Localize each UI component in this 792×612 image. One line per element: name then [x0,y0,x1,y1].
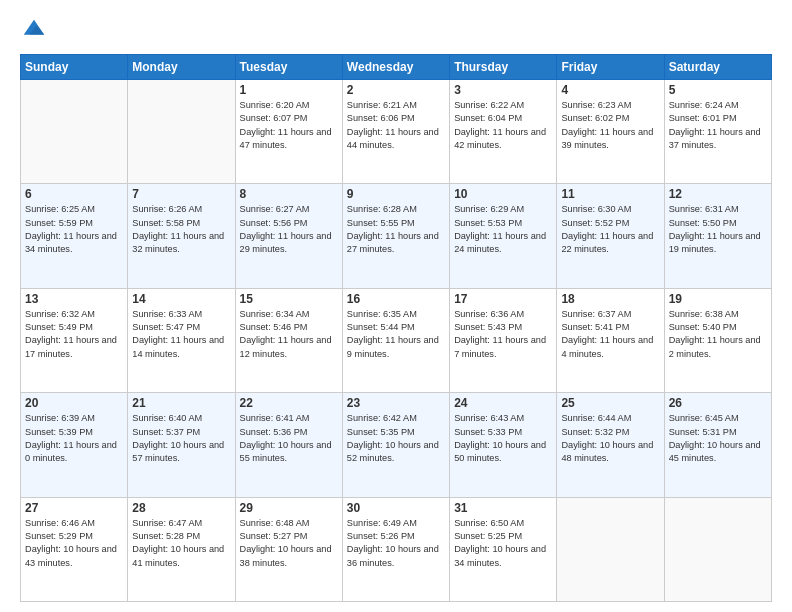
day-number: 28 [132,501,230,515]
day-number: 25 [561,396,659,410]
calendar-cell: 15Sunrise: 6:34 AMSunset: 5:46 PMDayligh… [235,288,342,392]
day-info: Sunrise: 6:34 AMSunset: 5:46 PMDaylight:… [240,308,338,361]
day-number: 5 [669,83,767,97]
day-number: 3 [454,83,552,97]
weekday-header-sunday: Sunday [21,55,128,80]
calendar-cell: 13Sunrise: 6:32 AMSunset: 5:49 PMDayligh… [21,288,128,392]
calendar-cell: 30Sunrise: 6:49 AMSunset: 5:26 PMDayligh… [342,497,449,601]
day-info: Sunrise: 6:49 AMSunset: 5:26 PMDaylight:… [347,517,445,570]
calendar-cell: 21Sunrise: 6:40 AMSunset: 5:37 PMDayligh… [128,393,235,497]
day-info: Sunrise: 6:45 AMSunset: 5:31 PMDaylight:… [669,412,767,465]
calendar-week-row: 6Sunrise: 6:25 AMSunset: 5:59 PMDaylight… [21,184,772,288]
day-number: 27 [25,501,123,515]
header [20,16,772,44]
calendar-table: SundayMondayTuesdayWednesdayThursdayFrid… [20,54,772,602]
calendar-cell: 18Sunrise: 6:37 AMSunset: 5:41 PMDayligh… [557,288,664,392]
day-number: 23 [347,396,445,410]
day-info: Sunrise: 6:42 AMSunset: 5:35 PMDaylight:… [347,412,445,465]
calendar-cell [664,497,771,601]
day-info: Sunrise: 6:46 AMSunset: 5:29 PMDaylight:… [25,517,123,570]
day-number: 11 [561,187,659,201]
day-info: Sunrise: 6:44 AMSunset: 5:32 PMDaylight:… [561,412,659,465]
day-number: 26 [669,396,767,410]
calendar-cell: 8Sunrise: 6:27 AMSunset: 5:56 PMDaylight… [235,184,342,288]
page: SundayMondayTuesdayWednesdayThursdayFrid… [0,0,792,612]
logo [20,16,52,44]
day-info: Sunrise: 6:38 AMSunset: 5:40 PMDaylight:… [669,308,767,361]
calendar-cell: 14Sunrise: 6:33 AMSunset: 5:47 PMDayligh… [128,288,235,392]
logo-icon [20,16,48,44]
calendar-cell: 3Sunrise: 6:22 AMSunset: 6:04 PMDaylight… [450,80,557,184]
calendar-cell: 26Sunrise: 6:45 AMSunset: 5:31 PMDayligh… [664,393,771,497]
weekday-header-row: SundayMondayTuesdayWednesdayThursdayFrid… [21,55,772,80]
weekday-header-tuesday: Tuesday [235,55,342,80]
day-number: 18 [561,292,659,306]
day-info: Sunrise: 6:21 AMSunset: 6:06 PMDaylight:… [347,99,445,152]
day-info: Sunrise: 6:33 AMSunset: 5:47 PMDaylight:… [132,308,230,361]
calendar-cell: 17Sunrise: 6:36 AMSunset: 5:43 PMDayligh… [450,288,557,392]
calendar-cell: 9Sunrise: 6:28 AMSunset: 5:55 PMDaylight… [342,184,449,288]
day-info: Sunrise: 6:22 AMSunset: 6:04 PMDaylight:… [454,99,552,152]
day-number: 10 [454,187,552,201]
day-number: 16 [347,292,445,306]
calendar-week-row: 27Sunrise: 6:46 AMSunset: 5:29 PMDayligh… [21,497,772,601]
calendar-week-row: 1Sunrise: 6:20 AMSunset: 6:07 PMDaylight… [21,80,772,184]
day-number: 30 [347,501,445,515]
day-info: Sunrise: 6:37 AMSunset: 5:41 PMDaylight:… [561,308,659,361]
day-info: Sunrise: 6:36 AMSunset: 5:43 PMDaylight:… [454,308,552,361]
day-number: 6 [25,187,123,201]
day-number: 4 [561,83,659,97]
day-number: 20 [25,396,123,410]
day-number: 1 [240,83,338,97]
day-info: Sunrise: 6:43 AMSunset: 5:33 PMDaylight:… [454,412,552,465]
calendar-cell: 12Sunrise: 6:31 AMSunset: 5:50 PMDayligh… [664,184,771,288]
day-info: Sunrise: 6:40 AMSunset: 5:37 PMDaylight:… [132,412,230,465]
day-number: 8 [240,187,338,201]
weekday-header-saturday: Saturday [664,55,771,80]
day-number: 29 [240,501,338,515]
day-info: Sunrise: 6:31 AMSunset: 5:50 PMDaylight:… [669,203,767,256]
day-number: 12 [669,187,767,201]
day-info: Sunrise: 6:39 AMSunset: 5:39 PMDaylight:… [25,412,123,465]
day-info: Sunrise: 6:26 AMSunset: 5:58 PMDaylight:… [132,203,230,256]
calendar-cell: 16Sunrise: 6:35 AMSunset: 5:44 PMDayligh… [342,288,449,392]
calendar-cell: 23Sunrise: 6:42 AMSunset: 5:35 PMDayligh… [342,393,449,497]
calendar-cell: 1Sunrise: 6:20 AMSunset: 6:07 PMDaylight… [235,80,342,184]
calendar-cell: 5Sunrise: 6:24 AMSunset: 6:01 PMDaylight… [664,80,771,184]
calendar-cell: 27Sunrise: 6:46 AMSunset: 5:29 PMDayligh… [21,497,128,601]
day-number: 22 [240,396,338,410]
day-info: Sunrise: 6:30 AMSunset: 5:52 PMDaylight:… [561,203,659,256]
day-info: Sunrise: 6:35 AMSunset: 5:44 PMDaylight:… [347,308,445,361]
weekday-header-friday: Friday [557,55,664,80]
day-info: Sunrise: 6:41 AMSunset: 5:36 PMDaylight:… [240,412,338,465]
calendar-cell: 6Sunrise: 6:25 AMSunset: 5:59 PMDaylight… [21,184,128,288]
day-number: 31 [454,501,552,515]
day-info: Sunrise: 6:47 AMSunset: 5:28 PMDaylight:… [132,517,230,570]
calendar-cell: 19Sunrise: 6:38 AMSunset: 5:40 PMDayligh… [664,288,771,392]
calendar-week-row: 20Sunrise: 6:39 AMSunset: 5:39 PMDayligh… [21,393,772,497]
calendar-cell: 22Sunrise: 6:41 AMSunset: 5:36 PMDayligh… [235,393,342,497]
calendar-cell: 20Sunrise: 6:39 AMSunset: 5:39 PMDayligh… [21,393,128,497]
calendar-week-row: 13Sunrise: 6:32 AMSunset: 5:49 PMDayligh… [21,288,772,392]
calendar-cell: 7Sunrise: 6:26 AMSunset: 5:58 PMDaylight… [128,184,235,288]
day-info: Sunrise: 6:25 AMSunset: 5:59 PMDaylight:… [25,203,123,256]
day-info: Sunrise: 6:20 AMSunset: 6:07 PMDaylight:… [240,99,338,152]
day-info: Sunrise: 6:23 AMSunset: 6:02 PMDaylight:… [561,99,659,152]
day-number: 14 [132,292,230,306]
calendar-cell: 24Sunrise: 6:43 AMSunset: 5:33 PMDayligh… [450,393,557,497]
day-info: Sunrise: 6:29 AMSunset: 5:53 PMDaylight:… [454,203,552,256]
calendar-cell [21,80,128,184]
day-number: 9 [347,187,445,201]
day-number: 13 [25,292,123,306]
day-info: Sunrise: 6:27 AMSunset: 5:56 PMDaylight:… [240,203,338,256]
calendar-cell [128,80,235,184]
calendar-cell: 28Sunrise: 6:47 AMSunset: 5:28 PMDayligh… [128,497,235,601]
day-info: Sunrise: 6:24 AMSunset: 6:01 PMDaylight:… [669,99,767,152]
weekday-header-monday: Monday [128,55,235,80]
day-number: 15 [240,292,338,306]
day-number: 19 [669,292,767,306]
day-info: Sunrise: 6:28 AMSunset: 5:55 PMDaylight:… [347,203,445,256]
day-number: 2 [347,83,445,97]
calendar-cell: 10Sunrise: 6:29 AMSunset: 5:53 PMDayligh… [450,184,557,288]
calendar-cell: 29Sunrise: 6:48 AMSunset: 5:27 PMDayligh… [235,497,342,601]
